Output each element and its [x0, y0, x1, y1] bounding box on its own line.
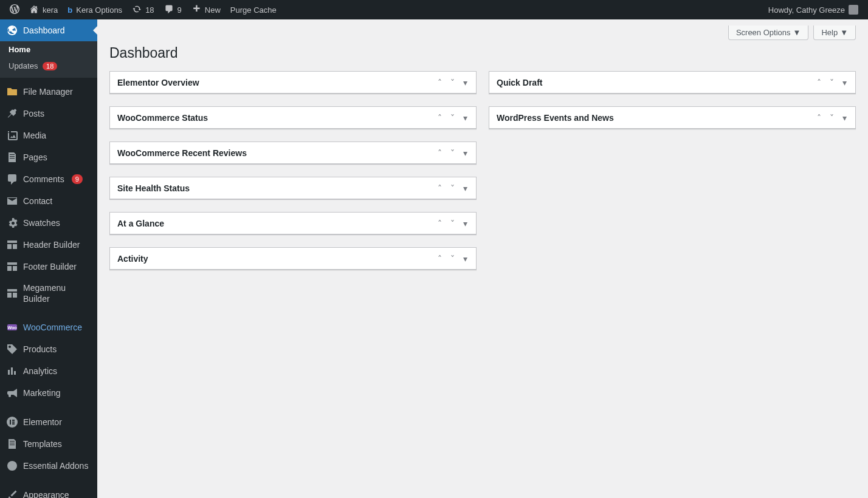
- caret-down-icon: ▾: [463, 148, 467, 158]
- caret-down-icon: ▾: [463, 183, 467, 193]
- move-up-button[interactable]: ˄: [436, 182, 443, 194]
- sidebar-item-label: Posts: [23, 108, 44, 119]
- sidebar-item-megamenu-builder[interactable]: Megamenu Builder: [0, 278, 97, 309]
- move-down-button[interactable]: ˅: [449, 182, 456, 194]
- svg-rect-4: [12, 420, 15, 421]
- tag-icon: [6, 343, 18, 355]
- postbox-at-a-glance: At a Glance˄˅▾: [109, 212, 477, 235]
- comments-indicator[interactable]: 9: [159, 0, 187, 19]
- pin-icon: [6, 107, 18, 120]
- sidebar-item-label: Header Builder: [23, 239, 80, 250]
- toggle-button[interactable]: ▾: [462, 217, 469, 230]
- purge-cache[interactable]: Purge Cache: [226, 0, 281, 19]
- svg-rect-6: [12, 423, 15, 425]
- theme-icon: b: [67, 5, 72, 15]
- theme-options-text: Kera Options: [76, 5, 122, 15]
- chevron-up-icon: ˄: [438, 219, 442, 228]
- updates-indicator[interactable]: 18: [127, 0, 159, 19]
- postbox-controls: ˄˅▾: [436, 77, 469, 89]
- theme-options[interactable]: b Kera Options: [63, 0, 127, 19]
- caret-down-icon: ▾: [463, 219, 467, 228]
- move-down-button[interactable]: ˅: [449, 253, 456, 265]
- column-left: Elementor Overview˄˅▾WooCommerce Status˄…: [109, 71, 477, 270]
- postbox-wordpress-events-and-news: WordPress Events and News˄˅▾: [489, 106, 856, 129]
- column-right: Quick Draft˄˅▾WordPress Events and News˄…: [489, 71, 856, 270]
- sidebar-item-swatches[interactable]: Swatches: [0, 212, 97, 234]
- sidebar-item-media[interactable]: Media: [0, 124, 97, 146]
- move-down-button[interactable]: ˅: [828, 77, 835, 89]
- caret-down-icon: ▼: [840, 28, 848, 37]
- sidebar-item-label: Elementor: [23, 417, 62, 428]
- chevron-up-icon: ˄: [438, 113, 442, 123]
- sidebar-item-products[interactable]: Products: [0, 338, 97, 360]
- postbox-title: Elementor Overview: [117, 78, 199, 87]
- sidebar-item-label: Comments: [23, 174, 64, 185]
- sidebar-item-marketing[interactable]: Marketing: [0, 382, 97, 404]
- sidebar-item-header-builder[interactable]: Header Builder: [0, 234, 97, 256]
- site-name[interactable]: kera: [24, 0, 63, 19]
- sidebar-item-appearance[interactable]: Appearance: [0, 484, 97, 498]
- sidebar-item-essential-addons[interactable]: Essential Addons: [0, 455, 97, 477]
- caret-down-icon: ▾: [842, 78, 847, 87]
- move-up-button[interactable]: ˄: [816, 77, 822, 89]
- sidebar-item-elementor[interactable]: Elementor: [0, 411, 97, 433]
- toggle-button[interactable]: ▾: [841, 112, 848, 124]
- postbox-activity: Activity˄˅▾: [109, 247, 477, 270]
- chevron-up-icon: ˄: [438, 78, 442, 87]
- wp-logo[interactable]: [5, 0, 24, 19]
- sidebar-item-analytics[interactable]: Analytics: [0, 360, 97, 382]
- toggle-button[interactable]: ▾: [841, 77, 848, 89]
- move-down-button[interactable]: ˅: [828, 112, 835, 124]
- updates-count: 18: [145, 5, 154, 15]
- chevron-up-icon: ˄: [438, 148, 442, 158]
- sidebar-subitem-updates[interactable]: Updates 18: [0, 58, 97, 78]
- sidebar-item-label: Essential Addons: [23, 460, 88, 471]
- sidebar-item-dashboard[interactable]: Dashboard: [0, 19, 97, 41]
- move-down-button[interactable]: ˅: [449, 77, 456, 89]
- sidebar-subitem-home[interactable]: Home: [0, 41, 97, 58]
- postbox-controls: ˄˅▾: [436, 147, 469, 159]
- move-up-button[interactable]: ˄: [436, 112, 443, 124]
- caret-down-icon: ▾: [463, 254, 467, 264]
- sidebar-item-comments[interactable]: Comments9: [0, 168, 97, 190]
- admin-bar-left: kera b Kera Options 18 9 New Purge Cache: [5, 0, 281, 19]
- move-down-button[interactable]: ˅: [449, 147, 456, 159]
- sidebar-item-footer-builder[interactable]: Footer Builder: [0, 256, 97, 278]
- toggle-button[interactable]: ▾: [462, 147, 469, 159]
- move-down-button[interactable]: ˅: [449, 217, 456, 230]
- move-up-button[interactable]: ˄: [816, 112, 822, 124]
- plus-icon: [191, 4, 201, 16]
- toggle-button[interactable]: ▾: [462, 182, 469, 194]
- help-button[interactable]: Help ▼: [813, 26, 856, 40]
- sidebar-item-posts[interactable]: Posts: [0, 103, 97, 124]
- sidebar-item-templates[interactable]: Templates: [0, 433, 97, 455]
- move-up-button[interactable]: ˄: [436, 147, 443, 159]
- sidebar-item-file-manager[interactable]: File Manager: [0, 81, 97, 103]
- move-up-button[interactable]: ˄: [436, 217, 443, 230]
- toggle-button[interactable]: ▾: [462, 253, 469, 265]
- chevron-down-icon: ˅: [450, 78, 455, 87]
- postbox-controls: ˄˅▾: [436, 182, 469, 194]
- new-content[interactable]: New: [187, 0, 226, 19]
- move-up-button[interactable]: ˄: [436, 77, 443, 89]
- page-title: Dashboard: [109, 45, 856, 61]
- new-text: New: [205, 5, 221, 15]
- toggle-button[interactable]: ▾: [462, 112, 469, 124]
- caret-down-icon: ▼: [793, 28, 801, 37]
- sidebar-item-woocommerce[interactable]: WooWooCommerce: [0, 316, 97, 338]
- comments-count: 9: [177, 5, 182, 15]
- sidebar-item-label: Media: [23, 130, 46, 141]
- comment-icon: [6, 173, 18, 185]
- move-up-button[interactable]: ˄: [436, 253, 443, 265]
- toggle-button[interactable]: ▾: [462, 77, 469, 89]
- caret-down-icon: ▾: [842, 113, 847, 123]
- update-icon: [132, 4, 142, 16]
- howdy-user[interactable]: Howdy, Cathy Greeze: [763, 0, 863, 19]
- screen-options-button[interactable]: Screen Options ▼: [728, 26, 808, 40]
- sidebar-item-contact[interactable]: Contact: [0, 190, 97, 212]
- sidebar-item-pages[interactable]: Pages: [0, 146, 97, 168]
- sidebar-item-label: Pages: [23, 152, 47, 163]
- sidebar-item-label: Products: [23, 344, 57, 355]
- move-down-button[interactable]: ˅: [449, 112, 456, 124]
- chevron-up-icon: ˄: [438, 254, 442, 264]
